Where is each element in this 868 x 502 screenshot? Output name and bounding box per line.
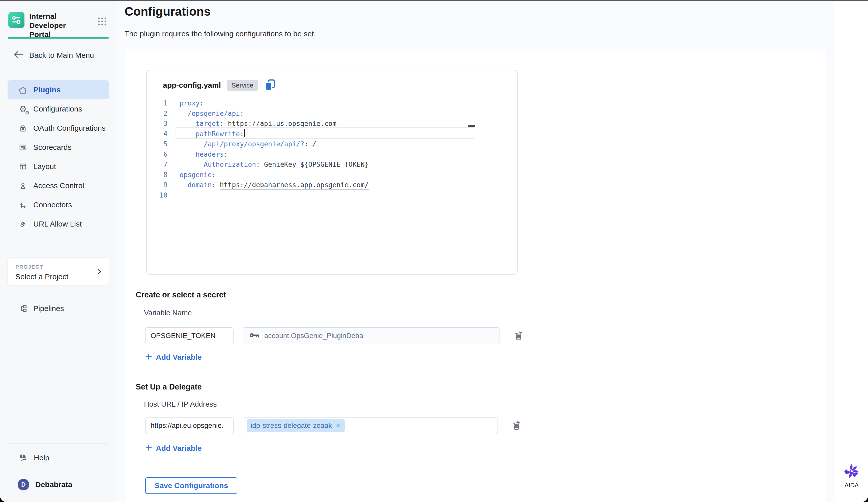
sidebar-item-label: URL Allow List [33, 220, 82, 228]
brand-title: Internal Developer Portal [29, 12, 87, 39]
code-line: 1proxy: [147, 98, 517, 109]
sidebar-nav: Plugins ⚙ ⚙ Configurations OAuth Configu… [8, 80, 109, 234]
code-line: 9 domain: https://debaharness.app.opsgen… [147, 180, 517, 190]
brand: Internal Developer Portal [8, 12, 87, 39]
page-subtitle: The plugin requires the following config… [125, 30, 316, 38]
sidebar-item-access-control[interactable]: Access Control [8, 176, 109, 195]
back-label: Back to Main Menu [29, 51, 94, 60]
copy-icon[interactable] [265, 79, 276, 92]
sidebar-item-url-allow-list[interactable]: URL Allow List [8, 214, 109, 234]
scorecards-icon [18, 143, 28, 152]
avatar: D [18, 479, 29, 490]
add-variable-secret[interactable]: Add Variable [145, 353, 202, 361]
sidebar-item-label: Connectors [33, 201, 72, 209]
delegate-chip: idp-stress-delegate-zeaak ✕ [247, 419, 345, 432]
sidebar-item-scorecards[interactable]: Scorecards [8, 138, 109, 157]
scrollbar-annotation [468, 125, 475, 127]
sidebar-item-label: Plugins [33, 85, 61, 94]
project-selector[interactable]: PROJECT Select a Project [8, 258, 109, 285]
delegate-tag-field[interactable]: idp-stress-delegate-zeaak ✕ [243, 417, 498, 434]
add-variable-label: Add Variable [156, 444, 202, 452]
host-url-input[interactable] [145, 417, 234, 434]
sidebar-item-pipelines[interactable]: Pipelines [8, 299, 109, 318]
window-top-edge [0, 0, 868, 1]
sidebar-item-layout[interactable]: Layout [8, 157, 109, 176]
app-window: Internal Developer Portal Back to Main M… [0, 0, 868, 502]
configurations-icon: ⚙ ⚙ [18, 104, 28, 114]
back-to-main-menu[interactable]: Back to Main Menu [13, 50, 94, 61]
layout-icon [18, 162, 28, 171]
brand-accent-rule [8, 37, 109, 39]
right-rail: AIDA [835, 1, 868, 502]
plugins-icon [18, 85, 28, 95]
save-configurations-button[interactable]: Save Configurations [145, 477, 237, 494]
sidebar-item-label: Access Control [33, 181, 84, 190]
sidebar-item-plugins[interactable]: Plugins [8, 80, 109, 99]
sidebar-item-label: Pipelines [33, 304, 64, 313]
code-line: 7 Authorization: GenieKey ${OPSGENIE_TOK… [147, 160, 517, 170]
code-line: 3 target: https://api.us.opsgenie.com [147, 119, 517, 129]
text-cursor [244, 129, 245, 137]
pipelines-icon [18, 304, 28, 313]
help-icon: ? [18, 453, 28, 463]
app-logo-icon [8, 12, 24, 28]
sidebar-item-label: Configurations [33, 105, 82, 113]
chip-remove-icon[interactable]: ✕ [335, 422, 341, 429]
sidebar-item-connectors[interactable]: Connectors [8, 195, 109, 214]
sidebar-divider [8, 443, 109, 443]
code-editor[interactable]: 1proxy: 2 /opsgenie/api: 3 target: https… [147, 98, 517, 274]
sidebar-item-label: Layout [33, 162, 56, 171]
help-row-wrap: ? Help [8, 448, 109, 468]
variable-name-input[interactable] [145, 327, 234, 344]
aida-icon [844, 463, 860, 479]
person-icon [18, 181, 28, 191]
secret-row: account.OpsGenie_PluginDeba [145, 327, 524, 344]
sidebar-item-label: Scorecards [33, 143, 72, 152]
delegate-chip-label: idp-stress-delegate-zeaak [251, 421, 332, 430]
code-line-active: 4 pathRewrite: [147, 129, 517, 139]
help-label: Help [34, 453, 49, 462]
delete-delegate-row-button[interactable] [512, 420, 521, 431]
sidebar-item-label: OAuth Configurations [33, 124, 106, 132]
sidebar-item-configurations[interactable]: ⚙ ⚙ Configurations [8, 99, 109, 119]
variable-name-label: Variable Name [144, 309, 192, 317]
chevron-right-icon [95, 267, 103, 276]
plus-icon [145, 444, 152, 452]
project-eyebrow: PROJECT [16, 264, 103, 270]
code-line: 8opsgenie: [147, 170, 517, 180]
user-row-wrap: D Debabrata [8, 475, 109, 494]
editor-filename: app-config.yaml [163, 81, 221, 90]
secret-section-heading: Create or select a secret [136, 290, 226, 299]
add-variable-delegate[interactable]: Add Variable [145, 444, 202, 452]
help-button[interactable]: ? Help [8, 448, 109, 468]
secret-value: account.OpsGenie_PluginDeba [264, 332, 363, 340]
lock-icon [18, 123, 28, 133]
connectors-icon [18, 200, 28, 209]
plus-icon [145, 353, 152, 361]
editor-header: app-config.yaml Service [163, 79, 276, 92]
content-panel: app-config.yaml Service 1pro [125, 49, 826, 502]
app-grid-menu-icon[interactable] [97, 16, 108, 27]
svg-text:?: ? [21, 455, 23, 458]
code-lines: 1proxy: 2 /opsgenie/api: 3 target: https… [147, 98, 517, 200]
host-url-label: Host URL / IP Address [144, 400, 217, 408]
sidebar-item-oauth-configurations[interactable]: OAuth Configurations [8, 119, 109, 138]
delete-secret-row-button[interactable] [514, 330, 524, 341]
sidebar: Internal Developer Portal Back to Main M… [0, 1, 116, 502]
back-arrow-icon [13, 50, 24, 61]
project-value: Select a Project [16, 273, 103, 281]
aida-label: AIDA [835, 482, 868, 489]
aida-launcher[interactable]: AIDA [835, 463, 868, 489]
service-badge: Service [227, 80, 258, 91]
link-icon [18, 219, 28, 229]
sidebar-divider [8, 242, 109, 242]
user-name: Debabrata [35, 480, 72, 489]
secret-select-field[interactable]: account.OpsGenie_PluginDeba [243, 327, 500, 344]
code-line: 10 [147, 190, 517, 201]
key-icon [249, 332, 260, 340]
delegate-row: idp-stress-delegate-zeaak ✕ [145, 417, 521, 434]
code-line: 6 headers: [147, 149, 517, 160]
delegate-section-heading: Set Up a Delegate [136, 382, 202, 391]
user-menu[interactable]: D Debabrata [8, 475, 109, 494]
code-line: 5 /api/proxy/opsgenie/api/?: / [147, 139, 517, 149]
